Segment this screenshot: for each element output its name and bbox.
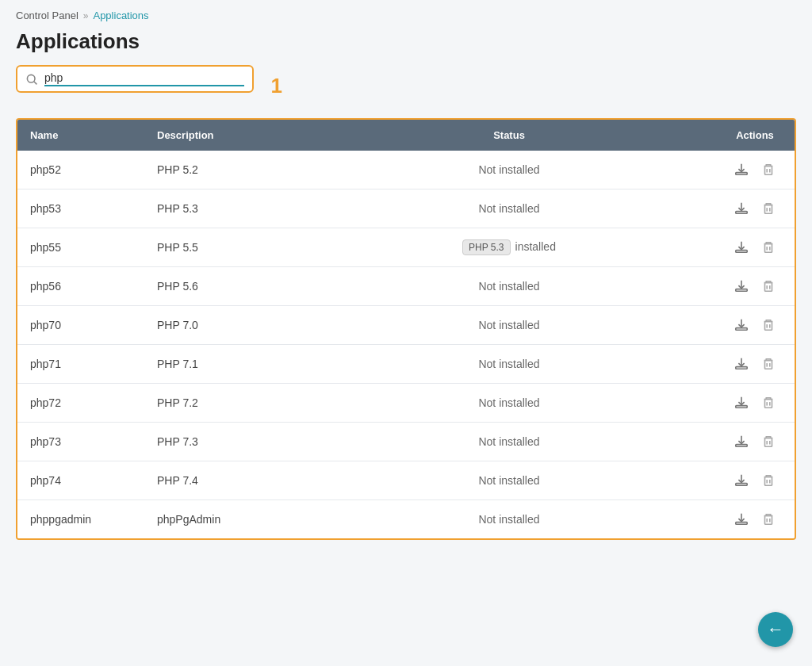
- cell-status: Not installed: [303, 423, 715, 461]
- table-row: php52PHP 5.2Not installed: [17, 151, 795, 189]
- table-row: php73PHP 7.3Not installed: [17, 423, 795, 461]
- svg-rect-29: [765, 361, 772, 369]
- table-row: phppgadminphpPgAdminNot installed: [17, 500, 795, 539]
- search-icon: [25, 73, 38, 86]
- cell-name: php52: [17, 151, 144, 189]
- breadcrumb-control-panel[interactable]: Control Panel: [16, 10, 79, 21]
- col-header-name: Name: [17, 120, 144, 151]
- cell-description: PHP 5.3: [144, 189, 303, 228]
- svg-rect-39: [765, 438, 772, 447]
- svg-rect-7: [736, 212, 747, 214]
- delete-button[interactable]: [758, 276, 779, 297]
- cell-description: PHP 7.0: [144, 306, 303, 345]
- svg-rect-9: [765, 205, 772, 214]
- svg-rect-42: [736, 484, 747, 486]
- cell-actions: [715, 461, 795, 500]
- install-button[interactable]: [731, 276, 752, 297]
- table-row: php70PHP 7.0Not installed: [17, 306, 795, 345]
- delete-button[interactable]: [758, 159, 779, 180]
- cell-status: Not installed: [303, 267, 715, 306]
- table-header-row: Name Description Status Actions: [17, 120, 795, 151]
- install-button[interactable]: [731, 392, 752, 413]
- svg-rect-44: [765, 477, 772, 486]
- svg-rect-17: [736, 289, 747, 292]
- cell-status: Not installed: [303, 500, 715, 539]
- install-button[interactable]: [731, 354, 752, 374]
- svg-rect-24: [765, 322, 772, 331]
- cell-actions: [715, 189, 795, 228]
- cell-status: Not installed: [303, 345, 715, 384]
- cell-status: Not installed: [303, 384, 715, 423]
- cell-name: php53: [17, 189, 144, 228]
- cell-description: PHP 7.1: [144, 345, 303, 384]
- svg-rect-19: [765, 283, 772, 292]
- delete-button[interactable]: [758, 470, 779, 491]
- svg-rect-32: [736, 406, 747, 408]
- cell-name: php73: [17, 423, 144, 461]
- install-button[interactable]: [731, 509, 752, 530]
- cell-actions: [715, 151, 795, 189]
- cell-actions: [715, 306, 795, 345]
- cell-actions: [715, 500, 795, 539]
- delete-button[interactable]: [758, 392, 779, 413]
- delete-button[interactable]: [758, 315, 779, 335]
- install-button[interactable]: [731, 470, 752, 491]
- cell-status: Not installed: [303, 306, 715, 345]
- delete-button[interactable]: [758, 509, 779, 530]
- install-button[interactable]: [731, 431, 752, 452]
- install-button[interactable]: [731, 315, 752, 335]
- cell-status: Not installed: [303, 461, 715, 500]
- svg-rect-37: [736, 445, 747, 447]
- breadcrumb-separator: »: [83, 10, 89, 21]
- svg-rect-22: [736, 328, 747, 331]
- search-input[interactable]: [44, 71, 244, 86]
- col-header-status: Status: [303, 120, 715, 151]
- install-button[interactable]: [731, 237, 752, 258]
- cell-description: PHP 5.2: [144, 151, 303, 189]
- cell-status: Not installed: [303, 151, 715, 189]
- table-row: php71PHP 7.1Not installed: [17, 345, 795, 384]
- cell-actions: [715, 423, 795, 461]
- col-header-description: Description: [144, 120, 303, 151]
- applications-table-container: Name Description Status Actions php52PHP…: [16, 118, 796, 540]
- cell-description: PHP 7.2: [144, 384, 303, 423]
- svg-rect-34: [765, 400, 772, 408]
- cell-actions: [715, 345, 795, 384]
- svg-rect-47: [736, 522, 747, 525]
- cell-name: php56: [17, 267, 144, 306]
- cell-name: php71: [17, 345, 144, 384]
- fab-back-button[interactable]: ←: [758, 612, 793, 647]
- install-button[interactable]: [731, 159, 752, 180]
- delete-button[interactable]: [758, 237, 779, 258]
- cell-description: phpPgAdmin: [144, 500, 303, 539]
- cell-description: PHP 5.5: [144, 228, 303, 267]
- annotation-1: 1: [271, 73, 282, 98]
- cell-name: php72: [17, 384, 144, 423]
- delete-button[interactable]: [758, 198, 779, 219]
- svg-rect-4: [765, 166, 772, 175]
- cell-actions: [715, 384, 795, 423]
- breadcrumb: Control Panel » Applications: [16, 10, 796, 21]
- cell-description: PHP 7.3: [144, 423, 303, 461]
- svg-rect-12: [736, 251, 747, 253]
- svg-rect-14: [765, 244, 772, 253]
- table-row: php55PHP 5.5PHP 5.3installed: [17, 228, 795, 267]
- status-badge: PHP 5.3: [462, 239, 510, 255]
- cell-name: php55: [17, 228, 144, 267]
- search-box: [16, 65, 254, 93]
- page-title: Applications: [16, 29, 796, 54]
- delete-button[interactable]: [758, 354, 779, 374]
- table-row: php74PHP 7.4Not installed: [17, 461, 795, 500]
- svg-rect-2: [736, 173, 747, 175]
- cell-name: phppgadmin: [17, 500, 144, 539]
- applications-table: Name Description Status Actions php52PHP…: [17, 120, 795, 538]
- col-header-actions: Actions: [715, 120, 795, 151]
- cell-description: PHP 7.4: [144, 461, 303, 500]
- table-row: php56PHP 5.6Not installed: [17, 267, 795, 306]
- breadcrumb-applications: Applications: [93, 10, 148, 21]
- cell-name: php74: [17, 461, 144, 500]
- install-button[interactable]: [731, 198, 752, 219]
- table-row: php53PHP 5.3Not installed: [17, 189, 795, 228]
- delete-button[interactable]: [758, 431, 779, 452]
- cell-actions: [715, 267, 795, 306]
